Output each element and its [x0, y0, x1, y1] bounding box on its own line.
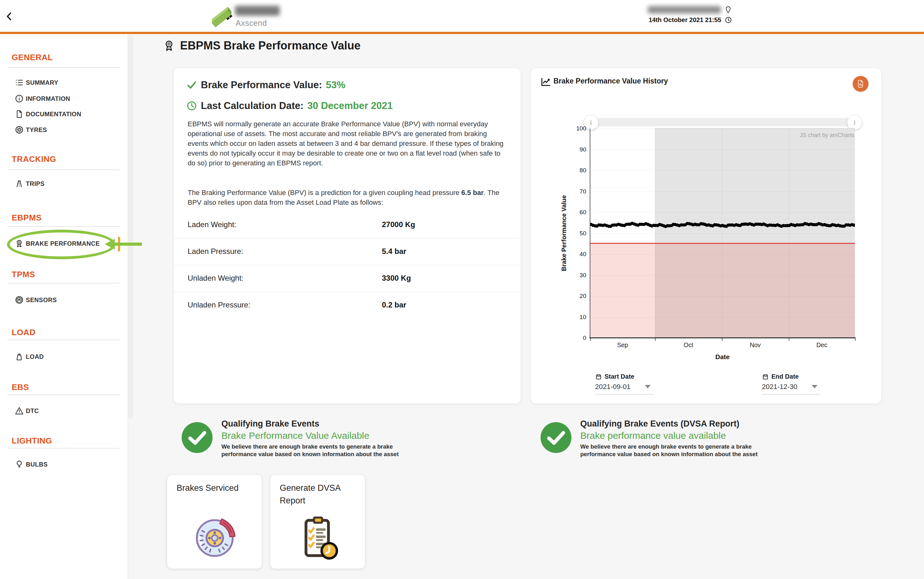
sidebar-item-documentation[interactable]: DOCUMENTATION — [0, 106, 128, 122]
bpv-prediction-note: The Braking Performance Value (BPV) is a… — [188, 188, 508, 207]
sidebar-item-load[interactable]: LOAD — [0, 349, 128, 364]
sidebar-item-label: TYRES — [26, 126, 47, 134]
table-row-label: Unladen Weight: — [188, 274, 243, 283]
sidebar-section-tpms: TPMS — [11, 270, 35, 280]
coupling-pressure-value: 6.5 bar — [461, 189, 484, 196]
table-row-value: 3300 Kg — [382, 274, 411, 283]
calc-date-row: Last Calculation Date: 30 December 2021 — [186, 100, 392, 111]
end-date-underline — [762, 394, 820, 394]
y-tick-label: 90 — [571, 146, 586, 153]
page-title-text: EBPMS Brake Performance Value — [180, 39, 361, 52]
sidebar-item-label: TRIPS — [26, 180, 44, 187]
bpv-row: Brake Performance Value: 53% — [186, 79, 345, 91]
y-axis-line — [590, 129, 590, 339]
start-date-label: Start Date — [604, 373, 634, 380]
sidebar-section-lighting: LIGHTING — [11, 436, 52, 446]
sidebar-item-bulbs[interactable]: BULBS — [0, 457, 128, 472]
award-icon — [162, 39, 176, 52]
table-row: Laden Pressure: 5.4 bar — [174, 238, 521, 265]
sidebar-item-sensors[interactable]: SENSORS — [0, 292, 128, 307]
generate-dvsa-report-card[interactable]: Generate DVSA Report — [270, 474, 365, 569]
y-tick-label: 30 — [571, 272, 586, 279]
table-row-value: 27000 Kg — [382, 220, 415, 229]
qualifying-title: Qualifying Brake Events — [222, 419, 417, 429]
y-tick-label: 40 — [571, 251, 586, 258]
sidebar-section-ebs: EBS — [11, 383, 29, 392]
sidebar-scrollbar[interactable] — [127, 35, 133, 419]
table-row-label: Unladen Pressure: — [188, 301, 250, 309]
line-chart-icon — [540, 76, 551, 88]
x-tick-label: Sep — [617, 342, 628, 349]
check-circle-icon — [540, 422, 572, 454]
table-row: Laden Weight: 27000 Kg — [174, 211, 521, 238]
sidebar-divider — [7, 67, 120, 68]
sidebar-item-label: SUMMARY — [26, 79, 58, 86]
prediction-note-prefix: The Braking Performance Value (BPV) is a… — [188, 189, 461, 196]
location-redacted — [648, 6, 721, 13]
x-tick-label: Oct — [684, 342, 693, 349]
export-pdf-button[interactable] — [853, 76, 868, 92]
award-icon — [15, 239, 24, 248]
bpv-description: EBPMS will normally generate an accurate… — [188, 119, 508, 168]
amcharts-watermark: JS chart by amCharts — [800, 132, 854, 139]
warning-icon — [15, 406, 24, 415]
x-axis-title: Date — [715, 353, 730, 361]
chart-title: Brake Performance Value History — [553, 77, 668, 85]
sidebar-divider — [7, 394, 120, 395]
sidebar-section-general: GENERAL — [11, 52, 53, 62]
check-circle-icon — [181, 422, 213, 454]
calendar-icon — [762, 373, 769, 380]
x-tick-label: Dec — [816, 342, 827, 349]
sidebar-item-dtc[interactable]: DTC — [0, 403, 128, 418]
y-tick-label: 0 — [571, 335, 586, 342]
sidebar-divider — [7, 340, 120, 340]
table-row: Unladen Weight: 3300 Kg — [174, 265, 521, 292]
sidebar-item-information[interactable]: INFORMATION — [0, 91, 128, 106]
document-icon — [15, 109, 24, 119]
dvsa-clipboard-icon — [298, 516, 340, 560]
qualifying-status: Brake Performance Value Available — [222, 430, 417, 441]
sidebar-item-label: BULBS — [26, 461, 48, 468]
sidebar-divider — [7, 448, 120, 448]
brakes-serviced-card[interactable]: Brakes Serviced — [167, 474, 262, 569]
x-tick-label: Nov — [750, 342, 761, 349]
chart-zoom-scrollbar[interactable] — [590, 118, 855, 126]
sidebar-item-label: INFORMATION — [26, 95, 70, 102]
sidebar-item-trips[interactable]: TRIPS — [0, 176, 128, 191]
qualifying-brake-events-block: Qualifying Brake Events Brake Performanc… — [222, 419, 417, 458]
end-date-select[interactable]: End Date 2021-12-30 — [762, 373, 822, 394]
table-row-value: 5.4 bar — [382, 247, 406, 256]
start-date-underline — [595, 394, 653, 394]
sidebar-item-tyres[interactable]: TYRES — [0, 122, 128, 137]
y-tick-label: 80 — [571, 167, 586, 174]
back-chevron-icon — [4, 11, 15, 22]
sidebar-item-label: LOAD — [26, 353, 44, 360]
road-icon — [15, 179, 24, 188]
header-right: 14th October 2021 21:55 — [648, 5, 732, 25]
qualifying-dvsa-title: Qualifying Brake Events (DVSA Report) — [580, 419, 776, 429]
sidebar-divider — [7, 170, 120, 170]
y-axis-title: Brake Performance Value — [560, 195, 568, 271]
calendar-icon — [595, 373, 602, 380]
bulb-icon — [15, 460, 24, 469]
bpv-summary-card: Brake Performance Value: 53% Last Calcul… — [174, 68, 521, 404]
bpv-history-card: Brake Performance Value History ∥ ∥ 0102… — [530, 68, 882, 404]
bpv-scatter-series — [590, 129, 855, 338]
y-tick-label: 60 — [571, 209, 586, 216]
asset-id-redacted — [235, 6, 280, 16]
sidebar-section-ebpms: EBPMS — [11, 213, 42, 223]
header-datetime: 14th October 2021 21:55 — [649, 16, 721, 24]
check-icon — [186, 80, 197, 90]
page-title: EBPMS Brake Performance Value — [162, 39, 361, 52]
brake-disc-icon — [192, 515, 238, 561]
x-axis-line — [589, 337, 855, 339]
end-date-label: End Date — [771, 373, 799, 380]
sidebar-item-summary[interactable]: SUMMARY — [0, 75, 128, 90]
calc-date-value: 30 December 2021 — [307, 100, 393, 111]
annotation-arrow-head-icon — [105, 239, 115, 250]
x-axis-tick — [722, 339, 722, 341]
sidebar-item-label: DTC — [26, 407, 39, 415]
start-date-select[interactable]: Start Date 2021-09-01 — [595, 373, 655, 394]
qualifying-dvsa-status: Brake performance value available — [580, 430, 776, 441]
back-button[interactable] — [3, 10, 16, 23]
